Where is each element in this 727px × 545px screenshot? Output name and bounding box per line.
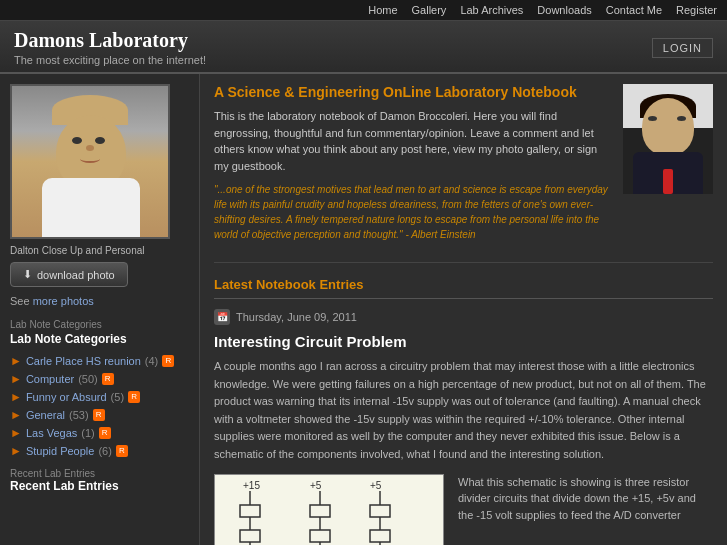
login-button[interactable]: LOGIN	[652, 38, 713, 58]
circuit-svg: +15 +5 +5	[215, 475, 443, 545]
main-content: A Science & Engineering OnLine Laborator…	[200, 74, 727, 545]
category-computer: ► Computer (50) R	[10, 372, 189, 386]
entry-date: Thursday, June 09, 2011	[236, 311, 357, 323]
more-photos-prefix: See	[10, 295, 33, 307]
rss-icon: R	[102, 373, 114, 385]
nav-contact[interactable]: Contact Me	[606, 4, 662, 16]
svg-text:+15: +15	[243, 480, 260, 491]
nav-home[interactable]: Home	[368, 4, 397, 16]
more-photos-link-anchor[interactable]: more photos	[33, 295, 94, 307]
category-count: (5)	[111, 391, 124, 403]
rss-icon: R	[162, 355, 174, 367]
category-count: (4)	[145, 355, 158, 367]
category-link[interactable]: Computer	[26, 373, 74, 385]
notebook-section: Latest Notebook Entries 📅 Thursday, June…	[214, 277, 713, 545]
category-count: (6)	[98, 445, 111, 457]
category-link[interactable]: Stupid People	[26, 445, 95, 457]
arrow-icon: ►	[10, 444, 22, 458]
intro-paragraph: This is the laboratory notebook of Damon…	[214, 108, 609, 174]
arrow-icon: ►	[10, 354, 22, 368]
schematic-description: What this schematic is showing is three …	[458, 474, 713, 545]
category-count: (1)	[81, 427, 94, 439]
sidebar-photo-box	[10, 84, 170, 239]
nav-register[interactable]: Register	[676, 4, 717, 16]
entry-title: Interesting Circuit Problem	[214, 333, 713, 350]
nav-lab-archives[interactable]: Lab Archives	[460, 4, 523, 16]
arrow-icon: ►	[10, 390, 22, 404]
category-link[interactable]: General	[26, 409, 65, 421]
svg-text:+5: +5	[370, 480, 382, 491]
portrait-image	[623, 84, 713, 194]
site-header: Damons Laboratory The most exciting plac…	[0, 21, 727, 74]
sidebar: Dalton Close Up and Personal ⬇ download …	[0, 74, 200, 545]
category-carle-place: ► Carle Place HS reunion (4) R	[10, 354, 189, 368]
notebook-heading: Latest Notebook Entries	[214, 277, 713, 292]
categories-header-small: Lab Note Categories	[10, 319, 189, 330]
top-navigation: Home Gallery Lab Archives Downloads Cont…	[0, 0, 727, 21]
category-funny: ► Funny or Absurd (5) R	[10, 390, 189, 404]
intro-text: A Science & Engineering OnLine Laborator…	[214, 84, 609, 250]
dalton-photo	[12, 85, 168, 238]
rss-icon: R	[99, 427, 111, 439]
rss-icon: R	[116, 445, 128, 457]
intro-quote: "...one of the strongest motives that le…	[214, 182, 609, 242]
more-photos-text: See more photos	[10, 295, 189, 307]
category-link[interactable]: Las Vegas	[26, 427, 77, 439]
site-title: Damons Laboratory	[14, 29, 206, 52]
category-link[interactable]: Carle Place HS reunion	[26, 355, 141, 367]
calendar-icon: 📅	[214, 309, 230, 325]
lab-note-categories: Lab Note Categories Lab Note Categories …	[10, 319, 189, 458]
arrow-icon: ►	[10, 408, 22, 422]
entry-text: A couple months ago I ran across a circu…	[214, 358, 713, 464]
photo-caption: Dalton Close Up and Personal	[10, 245, 189, 256]
category-las-vegas: ► Las Vegas (1) R	[10, 426, 189, 440]
download-icon: ⬇	[23, 268, 32, 281]
nav-downloads[interactable]: Downloads	[537, 4, 591, 16]
portrait-photo	[623, 84, 713, 194]
schematic-diagram: +15 +5 +5	[214, 474, 444, 545]
category-count: (50)	[78, 373, 98, 385]
schematic-section: +15 +5 +5	[214, 474, 713, 545]
download-photo-button[interactable]: ⬇ download photo	[10, 262, 128, 287]
category-general: ► General (53) R	[10, 408, 189, 422]
recent-entries-label-small: Recent Lab Entries	[10, 468, 189, 479]
header-branding: Damons Laboratory The most exciting plac…	[14, 29, 206, 66]
category-count: (53)	[69, 409, 89, 421]
download-label: download photo	[37, 269, 115, 281]
section-divider	[214, 298, 713, 299]
category-link[interactable]: Funny or Absurd	[26, 391, 107, 403]
rss-icon: R	[93, 409, 105, 421]
main-container: Dalton Close Up and Personal ⬇ download …	[0, 74, 727, 545]
category-stupid-people: ► Stupid People (6) R	[10, 444, 189, 458]
intro-section: A Science & Engineering OnLine Laborator…	[214, 84, 713, 263]
nav-gallery[interactable]: Gallery	[412, 4, 447, 16]
rss-icon: R	[128, 391, 140, 403]
entry-date-row: 📅 Thursday, June 09, 2011	[214, 309, 713, 325]
arrow-icon: ►	[10, 372, 22, 386]
categories-header-bold: Lab Note Categories	[10, 332, 189, 346]
intro-heading: A Science & Engineering OnLine Laborator…	[214, 84, 609, 100]
arrow-icon: ►	[10, 426, 22, 440]
site-subtitle: The most exciting place on the internet!	[14, 54, 206, 66]
recent-entries-label-bold: Recent Lab Entries	[10, 479, 189, 493]
svg-text:+5: +5	[310, 480, 322, 491]
